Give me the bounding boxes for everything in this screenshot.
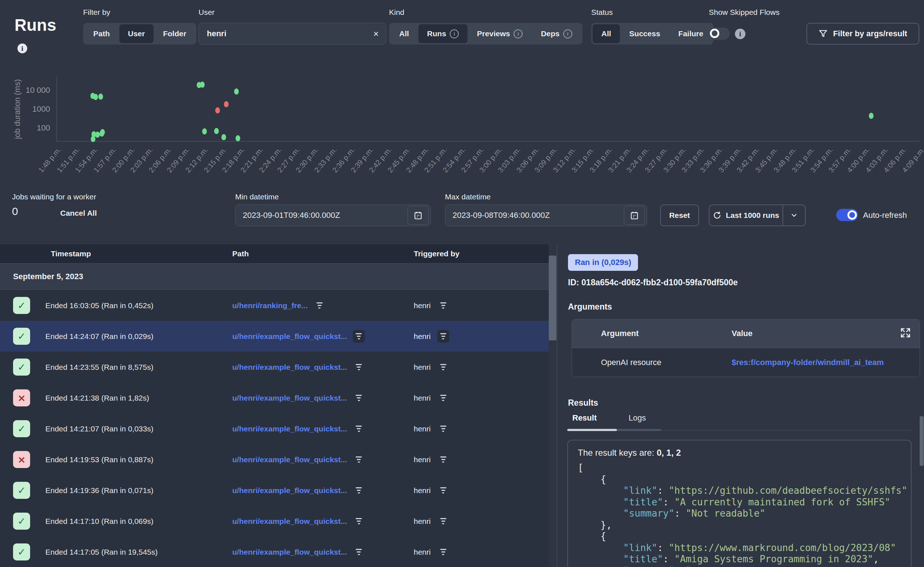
filter-by-path-icon[interactable] [353, 546, 365, 558]
scatter-point-failure[interactable] [215, 107, 220, 114]
scatter-point-failure[interactable] [224, 101, 229, 107]
run-timestamp: Ended 16:03:05 (Ran in 0,452s) [45, 290, 153, 321]
filter-by-path-icon[interactable] [353, 422, 365, 435]
scatter-point-success[interactable] [100, 129, 105, 135]
run-path-link[interactable]: u/henri/example_flow_quickst... [232, 517, 347, 526]
results-heading: Results [568, 398, 598, 408]
filter-by-path[interactable]: Path [84, 24, 119, 43]
filter-by-path-icon[interactable] [313, 299, 325, 312]
scatter-point-success[interactable] [214, 128, 219, 134]
kind-all[interactable]: All [390, 24, 418, 43]
jobs-waiting-count: 0 [12, 205, 18, 218]
user-label: User [199, 8, 215, 16]
result-json-line: "summary": " [578, 565, 911, 567]
run-path-link[interactable]: u/henri/example_flow_quickst... [232, 363, 347, 372]
run-timestamp: Ended 14:17:05 (Ran in 19,545s) [45, 537, 158, 567]
filter-by-user-icon[interactable] [437, 515, 449, 528]
filter-by-user-icon[interactable] [437, 484, 449, 496]
run-user: henri [414, 363, 431, 372]
tab-logs[interactable]: Logs [629, 413, 646, 423]
scatter-point-success[interactable] [98, 93, 103, 100]
kind-runs[interactable]: Runsi [418, 24, 468, 43]
table-row[interactable]: ✓ Ended 14:17:05 (Ran in 19,545s) u/henr… [0, 537, 549, 567]
table-row[interactable]: ✓ Ended 14:17:10 (Ran in 0,069s) u/henri… [0, 506, 549, 537]
scatter-point-success[interactable] [234, 88, 239, 94]
table-row[interactable]: ✓ Ended 14:23:55 (Ran in 8,575s) u/henri… [0, 352, 549, 382]
filter-by-path-icon[interactable] [353, 361, 365, 374]
last-runs-dropdown[interactable] [783, 212, 805, 219]
scatter-point-success[interactable] [95, 132, 100, 138]
filter-by-user-icon[interactable] [437, 422, 449, 435]
filter-by-segmented: Path User Folder [83, 23, 196, 45]
filter-args-button[interactable]: Filter by args/result [807, 23, 919, 45]
status-label: Status [591, 8, 613, 16]
skipped-info-icon[interactable]: i [735, 28, 745, 39]
result-viewer: The result keys are: 0, 1, 2 [ { "link":… [567, 440, 912, 567]
ran-in-badge: Ran in (0,029s) [568, 254, 638, 271]
scatter-point-success[interactable] [221, 134, 226, 140]
run-path-link[interactable]: u/henri/example_flow_quickst... [232, 424, 347, 433]
filter-by-user-icon[interactable] [437, 546, 449, 558]
clear-user-icon[interactable]: × [366, 28, 386, 39]
cancel-all-button[interactable]: Cancel All [60, 209, 97, 218]
argument-name: OpenAI resource [601, 358, 731, 367]
scatter-point-success[interactable] [93, 94, 98, 100]
status-success[interactable]: Success [621, 24, 669, 43]
scatter-point-success[interactable] [236, 135, 240, 141]
kind-deps[interactable]: Depsi [532, 24, 581, 43]
filter-by-user-icon[interactable] [437, 453, 449, 466]
scatter-point-success[interactable] [202, 128, 207, 135]
table-row[interactable]: ✓ Ended 16:03:05 (Ran in 0,452s) u/henri… [0, 290, 549, 321]
argument-value: $res:f/company-folder/windmill_ai_team [731, 358, 884, 367]
kind-previews[interactable]: Previewsi [468, 24, 531, 43]
panel-scrollbar[interactable] [919, 416, 924, 466]
scatter-point-success[interactable] [869, 113, 874, 119]
expand-icon[interactable] [900, 327, 911, 338]
table-row[interactable]: ✓ Ended 14:24:07 (Ran in 0,029s) u/henri… [0, 321, 549, 352]
table-row[interactable]: ✓ Ended 14:19:36 (Ran in 0,071s) u/henri… [0, 475, 549, 506]
reset-button[interactable]: Reset [660, 204, 699, 226]
table-row[interactable]: ✓ Ended 14:21:07 (Ran in 0,033s) u/henri… [0, 413, 549, 444]
scatter-point-success[interactable] [200, 82, 205, 88]
resource-link[interactable]: $res:f/company-folder/windmill_ai_team [731, 358, 884, 367]
filter-by-user-icon[interactable] [437, 361, 449, 374]
arg-col-argument: Argument [601, 329, 731, 338]
filter-by-path-icon[interactable] [353, 453, 365, 466]
min-calendar-button[interactable] [408, 206, 429, 225]
table-scrollbar[interactable] [549, 256, 556, 340]
max-datetime-input[interactable] [445, 210, 624, 220]
auto-refresh-toggle[interactable] [836, 209, 858, 221]
run-user-cell: henri [414, 290, 449, 321]
run-path-link[interactable]: u/henri/example_flow_quickst... [232, 486, 347, 495]
filter-by-user-icon[interactable] [437, 330, 449, 343]
run-path-link[interactable]: u/henri/example_flow_quickst... [232, 332, 347, 341]
runs-info-icon[interactable]: i [17, 44, 27, 53]
filter-by-path-icon[interactable] [353, 515, 365, 528]
show-skipped-toggle[interactable] [709, 27, 730, 40]
run-path-link[interactable]: u/henri/example_flow_quickst... [232, 548, 347, 556]
filter-by-user-icon[interactable] [437, 299, 449, 312]
table-row[interactable]: × Ended 14:19:53 (Ran in 0,887s) u/henri… [0, 444, 549, 475]
run-path-cell: u/henri/example_flow_quickst... [232, 413, 365, 444]
last-runs-button[interactable]: Last 1000 runs [709, 204, 806, 226]
filter-by-user-icon[interactable] [437, 392, 449, 404]
filter-by-folder[interactable]: Folder [154, 24, 195, 43]
filter-by-path-icon[interactable] [353, 392, 365, 404]
last-runs-main[interactable]: Last 1000 runs [709, 211, 783, 220]
table-row[interactable]: × Ended 14:21:38 (Ran in 1,82s) u/henri/… [0, 382, 549, 413]
filter-by-user[interactable]: User [119, 24, 154, 43]
run-path-cell: u/henri/example_flow_quickst... [232, 321, 365, 352]
col-timestamp: Timestamp [51, 244, 91, 263]
result-json: [ { "link": "https://github.com/deadbeef… [578, 462, 911, 567]
min-datetime-input[interactable] [236, 210, 408, 220]
run-path-link[interactable]: u/henri/example_flow_quickst... [232, 455, 347, 464]
tab-result[interactable]: Result [572, 413, 597, 423]
user-input[interactable] [199, 29, 366, 38]
status-failure[interactable]: Failure [670, 24, 712, 43]
filter-by-path-icon[interactable] [353, 484, 365, 496]
run-path-link[interactable]: u/henri/example_flow_quickst... [232, 394, 347, 402]
filter-by-path-icon[interactable] [353, 330, 365, 343]
run-path-link[interactable]: u/henri/ranking_fre... [232, 301, 308, 310]
status-all[interactable]: All [593, 24, 620, 43]
max-calendar-button[interactable] [624, 206, 645, 225]
